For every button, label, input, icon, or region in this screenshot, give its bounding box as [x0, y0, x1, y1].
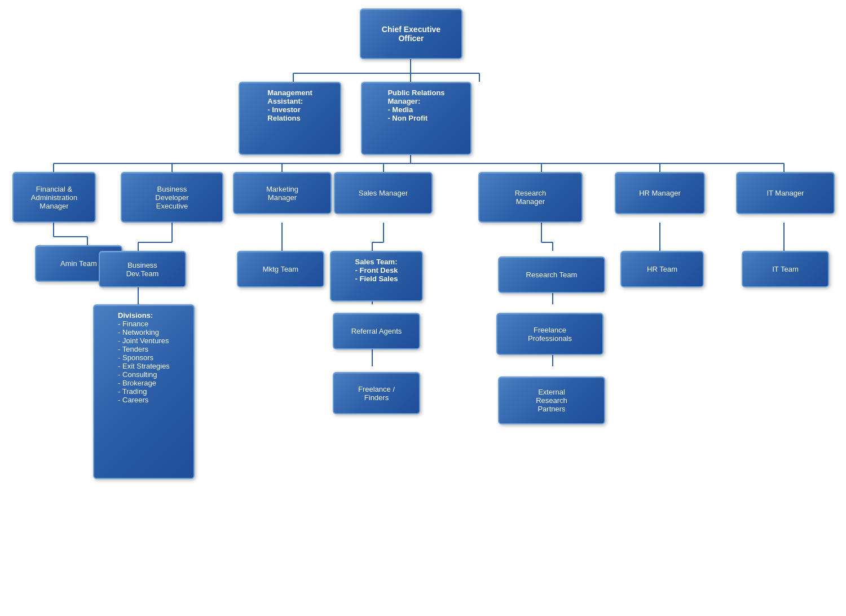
ext-research-node: External Research Partners	[498, 376, 605, 424]
freelance-prof-node: Freelance Professionals	[496, 313, 603, 355]
it-team-node: IT Team	[742, 251, 829, 287]
referral-agents-node: Referral Agents	[333, 313, 420, 349]
biz-dev-exec-node: Business Developer Executive	[121, 172, 223, 223]
sales-team-node: Sales Team: - Front Desk - Field Sales	[330, 251, 423, 302]
biz-dev-team-node: Business Dev.Team	[99, 251, 186, 287]
divisions-node: Divisions: - Finance - Networking - Join…	[93, 304, 195, 479]
fin-admin-node: Financial & Administration Manager	[12, 172, 96, 223]
hr-team-node: HR Team	[620, 251, 704, 287]
research-team-node: Research Team	[498, 256, 605, 293]
it-mgr-node: IT Manager	[736, 172, 835, 214]
pr-mgr-node: Public Relations Manager: - Media - Non …	[361, 82, 472, 155]
mktg-mgr-node: Marketing Manager	[233, 172, 332, 214]
sales-mgr-node: Sales Manager	[334, 172, 433, 214]
org-chart: Chief Executive Officer Management Assis…	[0, 0, 846, 616]
freelance-finders-node: Freelance / Finders	[333, 372, 420, 414]
hr-mgr-node: HR Manager	[615, 172, 705, 214]
mgmt-asst-node: Management Assistant: - Investor Relatio…	[239, 82, 341, 155]
ceo-node: Chief Executive Officer	[360, 8, 462, 59]
research-mgr-node: Research Manager	[478, 172, 583, 223]
mktg-team-node: Mktg Team	[237, 251, 324, 287]
